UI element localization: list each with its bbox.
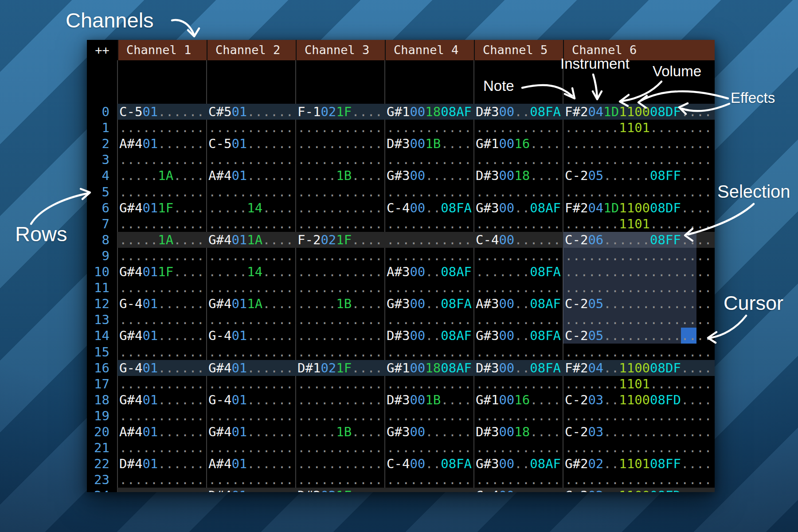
pattern-cell[interactable]: C-203.............. <box>565 424 712 440</box>
pattern-cell[interactable]: ........... <box>208 216 293 232</box>
pattern-cell[interactable]: ........... <box>297 376 383 392</box>
pattern-cell[interactable]: ........... <box>297 408 383 424</box>
pattern-cell[interactable]: .......08FA <box>476 264 561 280</box>
pattern-cell[interactable]: G-401...... <box>119 360 204 376</box>
pattern-cell[interactable]: .....1B.... <box>297 296 383 312</box>
pattern-cell[interactable]: ........... <box>387 280 472 296</box>
pattern-cell[interactable]: ................... <box>565 280 712 296</box>
pattern-cell[interactable]: ........... <box>297 440 383 456</box>
pattern-cell[interactable]: ........... <box>297 264 383 280</box>
pattern-cell[interactable]: G#300..08AF <box>476 200 561 216</box>
pattern-cell[interactable]: ........... <box>297 216 383 232</box>
pattern-cell[interactable]: G-401...... <box>208 392 293 408</box>
pattern-cell[interactable]: G#10016.... <box>476 392 561 408</box>
pattern-cell[interactable]: ........... <box>297 120 383 136</box>
pattern-cell[interactable]: C-205.............. <box>565 328 712 344</box>
pattern-cell[interactable]: ........... <box>297 328 383 344</box>
pattern-cell[interactable]: ........... <box>297 344 383 360</box>
pattern-cell[interactable]: ........... <box>476 440 561 456</box>
pattern-cell[interactable]: F#204..110008DF.... <box>565 360 712 376</box>
pattern-cell[interactable]: ........... <box>476 184 561 200</box>
pattern-cell[interactable]: D#1021F.... <box>297 360 383 376</box>
pattern-cell[interactable]: ........... <box>208 376 293 392</box>
pattern-cell[interactable]: ........... <box>387 120 472 136</box>
pattern-cell[interactable]: G-401...... <box>119 296 204 312</box>
pattern-cell[interactable]: ........... <box>476 152 561 168</box>
pattern-cell[interactable]: ........... <box>297 184 383 200</box>
pattern-cell[interactable]: .....1B.... <box>297 424 383 440</box>
pattern-cell[interactable]: ........... <box>387 312 472 328</box>
pattern-cell[interactable]: ........... <box>476 344 561 360</box>
pattern-cell[interactable]: ........... <box>119 472 204 488</box>
pattern-cell[interactable]: ........... <box>387 344 472 360</box>
pattern-cell[interactable]: A#401...... <box>119 424 204 440</box>
pattern-cell[interactable]: C-501...... <box>208 136 293 152</box>
pattern-cell[interactable]: ........... <box>208 184 293 200</box>
pattern-cell[interactable]: C-205......08FF.... <box>565 168 712 184</box>
pattern-cell[interactable]: .......1101........ <box>565 216 712 232</box>
pattern-cell[interactable]: G#300..08AF <box>476 456 561 472</box>
pattern-cell[interactable]: G#4011F.... <box>119 264 204 280</box>
pattern-cell[interactable]: G#401...... <box>208 424 293 440</box>
pattern-cell[interactable]: C-400...... <box>476 232 561 248</box>
pattern-cell[interactable]: G#300...... <box>387 168 472 184</box>
pattern-cell[interactable]: D#2021F.... <box>297 488 383 492</box>
pattern-cell[interactable]: ................... <box>565 152 712 168</box>
pattern-cell[interactable]: G#4011F.... <box>119 200 204 216</box>
pattern-cell[interactable]: D#3001B.... <box>387 136 472 152</box>
pattern-cell[interactable]: C-400...... <box>476 488 561 492</box>
pattern-cell[interactable]: ........... <box>387 472 472 488</box>
pattern-cell[interactable]: ................... <box>565 344 712 360</box>
pattern-cell[interactable]: C-302..110008FD.... <box>565 488 712 492</box>
pattern-cell[interactable]: G#401...... <box>119 392 204 408</box>
pattern-cell[interactable]: .......1101........ <box>565 120 712 136</box>
pattern-cell[interactable]: ........... <box>387 408 472 424</box>
pattern-cell[interactable]: D#30018.... <box>476 424 561 440</box>
pattern-cell[interactable]: ........... <box>208 248 293 264</box>
pattern-cell[interactable]: ........... <box>119 248 204 264</box>
pattern-cell[interactable]: ........... <box>476 280 561 296</box>
pattern-cell[interactable]: ........... <box>119 216 204 232</box>
pattern-cell[interactable]: ................... <box>565 312 712 328</box>
pattern-cell[interactable]: ........... <box>476 248 561 264</box>
pattern-cell[interactable]: D#300..08AF <box>387 328 472 344</box>
pattern-cell[interactable]: D#300..08FA <box>476 360 561 376</box>
pattern-cell[interactable]: ................... <box>565 136 712 152</box>
pattern-cell[interactable]: A#401...... <box>208 456 293 472</box>
channel-header-2[interactable]: Channel 2 <box>207 40 296 60</box>
pattern-cell[interactable]: C-203..110008FD.... <box>565 392 712 408</box>
pattern-cell[interactable]: ........... <box>208 408 293 424</box>
pattern-cell[interactable]: ........... <box>476 312 561 328</box>
pattern-cell[interactable]: ........... <box>297 280 383 296</box>
pattern-cell[interactable]: G#202..110108FF.... <box>565 456 712 472</box>
pattern-cell[interactable]: ........... <box>476 408 561 424</box>
pattern-cell[interactable]: .......1101........ <box>565 376 712 392</box>
pattern-cell[interactable]: ........... <box>208 344 293 360</box>
pattern-cell[interactable]: D#300..08FA <box>476 104 561 120</box>
pattern-cell[interactable]: F#2041D110008DF.... <box>565 104 712 120</box>
pattern-cell[interactable]: ........... <box>119 344 204 360</box>
pattern-cell[interactable]: C-501...... <box>119 104 204 120</box>
pattern-cell[interactable]: G#4011A.... <box>208 296 293 312</box>
pattern-cell[interactable]: G-401...... <box>208 328 293 344</box>
pattern-cell[interactable]: .....1B.... <box>297 168 383 184</box>
pattern-cell[interactable]: G#300..08FA <box>476 328 561 344</box>
pattern-cell[interactable]: ................... <box>565 248 712 264</box>
pattern-cell[interactable]: ........... <box>387 440 472 456</box>
pattern-cell[interactable]: ................... <box>565 440 712 456</box>
channel-header-4[interactable]: Channel 4 <box>385 40 474 60</box>
pattern-cell[interactable]: G#300..08FA <box>387 296 472 312</box>
pattern-cell[interactable]: C-400..08FA <box>387 200 472 216</box>
channel-header-1[interactable]: Channel 1 <box>117 40 207 60</box>
channel-header-5[interactable]: Channel 5 <box>474 40 563 60</box>
pattern-cell[interactable]: ........... <box>297 200 383 216</box>
pattern-cell[interactable]: D#401...... <box>208 488 293 492</box>
pattern-cell[interactable]: ........... <box>387 376 472 392</box>
pattern-cell[interactable]: .....1A.... <box>119 168 204 184</box>
pattern-cell[interactable]: .....1A.... <box>119 232 204 248</box>
pattern-cell[interactable]: ........... <box>387 232 472 248</box>
pattern-cell[interactable]: ........... <box>387 248 472 264</box>
pattern-cell[interactable]: ........... <box>208 440 293 456</box>
pattern-cell[interactable]: ........... <box>208 120 293 136</box>
pattern-cell[interactable]: A#401...... <box>119 136 204 152</box>
